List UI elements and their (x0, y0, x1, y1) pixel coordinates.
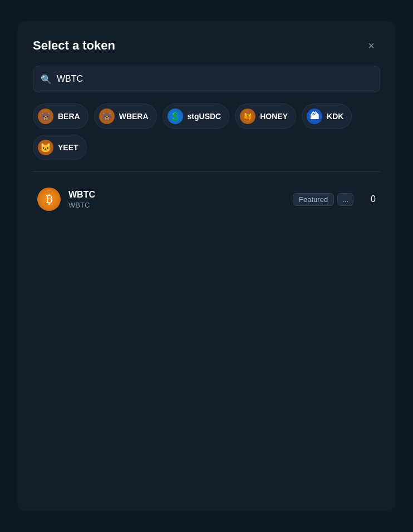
stgusdc-icon: 💲 (168, 109, 183, 124)
bera-label: BERA (58, 112, 80, 121)
kdk-label: KDK (327, 112, 343, 121)
wbtc-name: WBTC (68, 190, 293, 200)
bera-icon: 🐻 (38, 109, 53, 124)
more-options-badge[interactable]: ... (337, 193, 353, 206)
search-input[interactable] (33, 66, 380, 92)
quick-token-wbera[interactable]: 🐻WBERA (94, 104, 157, 129)
close-button[interactable]: × (362, 37, 380, 55)
quick-tokens-list: 🐻BERA🐻WBERA💲stgUSDC🍯HONEY🏔KDK🐱YEET (33, 104, 380, 160)
wbtc-balance: 0 (362, 194, 376, 204)
wbtc-info: WBTCWBTC (68, 190, 293, 209)
kdk-icon: 🏔 (307, 109, 322, 124)
wbtc-badges: Featured... (293, 193, 353, 206)
search-container: 🔍 (33, 66, 380, 92)
modal-title: Select a token (33, 38, 115, 53)
quick-token-kdk[interactable]: 🏔KDK (302, 104, 352, 129)
honey-label: HONEY (260, 112, 288, 121)
wbera-icon: 🐻 (99, 109, 115, 124)
section-divider (33, 171, 380, 172)
quick-token-bera[interactable]: 🐻BERA (33, 104, 88, 129)
quick-token-honey[interactable]: 🍯HONEY (235, 104, 296, 129)
quick-token-yeet[interactable]: 🐱YEET (33, 135, 87, 160)
quick-token-stgusdc[interactable]: 💲stgUSDC (163, 104, 230, 129)
honey-icon: 🍯 (240, 109, 255, 124)
yeet-icon: 🐱 (38, 140, 53, 155)
token-row-wbtc[interactable]: ₿WBTCWBTCFeatured...0 (33, 181, 380, 218)
wbera-label: WBERA (119, 112, 149, 121)
wbtc-symbol: WBTC (68, 201, 293, 209)
token-results-list: ₿WBTCWBTCFeatured...0 (33, 181, 380, 218)
select-token-modal: Select a token × 🔍 🐻BERA🐻WBERA💲stgUSDC🍯H… (17, 21, 396, 511)
featured-badge: Featured (293, 193, 334, 206)
modal-header: Select a token × (33, 37, 380, 55)
yeet-label: YEET (58, 143, 78, 152)
wbtc-row-icon: ₿ (37, 188, 61, 211)
stgusdc-label: stgUSDC (188, 112, 222, 121)
